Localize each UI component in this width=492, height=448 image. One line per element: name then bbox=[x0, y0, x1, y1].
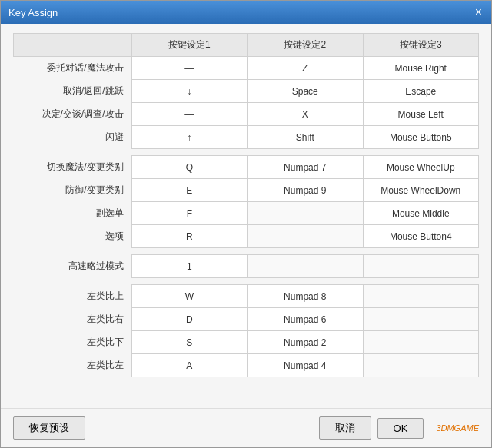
key-cell-1[interactable]: Q bbox=[131, 156, 247, 179]
key-cell-1[interactable]: — bbox=[131, 57, 247, 80]
key-cell-2[interactable]: Numpad 6 bbox=[248, 308, 363, 331]
key-cell-1[interactable]: E bbox=[131, 179, 247, 202]
table-header-row: 按键设定1 按键设定2 按键设定3 bbox=[14, 34, 479, 57]
key-cell-2[interactable]: Space bbox=[248, 80, 363, 103]
table-row: 副选单FMouse Middle bbox=[14, 202, 479, 225]
table-separator bbox=[14, 248, 479, 255]
key-cell-3[interactable] bbox=[363, 331, 478, 354]
table-row: 左类比上WNumpad 8 bbox=[14, 285, 479, 308]
key-cell-3[interactable] bbox=[363, 308, 478, 331]
row-label: 委托对话/魔法攻击 bbox=[14, 57, 132, 80]
table-row: 闪避↑ShiftMouse Button5 bbox=[14, 126, 479, 149]
row-label: 切换魔法/变更类别 bbox=[14, 156, 132, 179]
main-window: Key Assign × 按键设定1 按键设定2 按键设定3 委托对话/魔法攻击… bbox=[0, 0, 492, 448]
close-button[interactable]: × bbox=[474, 6, 484, 18]
key-cell-3[interactable]: Escape bbox=[363, 80, 478, 103]
watermark: 3DMGAME bbox=[436, 423, 479, 433]
key-cell-1[interactable]: W bbox=[131, 285, 247, 308]
key-cell-3[interactable]: Mouse WheelUp bbox=[363, 156, 478, 179]
row-label: 左类比左 bbox=[14, 354, 132, 377]
col-setting2-header: 按键设定2 bbox=[248, 34, 363, 57]
key-cell-2[interactable]: Numpad 2 bbox=[248, 331, 363, 354]
ok-button[interactable]: OK bbox=[377, 418, 424, 439]
key-cell-2[interactable] bbox=[248, 255, 363, 278]
row-label: 左类比上 bbox=[14, 285, 132, 308]
row-label: 决定/交谈/调查/攻击 bbox=[14, 103, 132, 126]
key-cell-2[interactable]: Z bbox=[248, 57, 363, 80]
table-row: 左类比右DNumpad 6 bbox=[14, 308, 479, 331]
key-cell-3[interactable]: Mouse Middle bbox=[363, 202, 478, 225]
row-label: 闪避 bbox=[14, 126, 132, 149]
key-cell-2[interactable]: Numpad 8 bbox=[248, 285, 363, 308]
key-cell-3[interactable]: Mouse WheelDown bbox=[363, 179, 478, 202]
key-cell-1[interactable]: ↓ bbox=[131, 80, 247, 103]
table-row: 取消/返回/跳跃↓SpaceEscape bbox=[14, 80, 479, 103]
key-cell-2[interactable]: Shift bbox=[248, 126, 363, 149]
row-label: 左类比右 bbox=[14, 308, 132, 331]
footer: 恢复预设 取消 OK 3DMGAME bbox=[1, 408, 491, 447]
row-label: 取消/返回/跳跃 bbox=[14, 80, 132, 103]
key-cell-1[interactable]: A bbox=[131, 354, 247, 377]
key-cell-1[interactable]: R bbox=[131, 225, 247, 248]
key-cell-3[interactable] bbox=[363, 285, 478, 308]
key-cell-3[interactable]: Mouse Right bbox=[363, 57, 478, 80]
row-label: 左类比下 bbox=[14, 331, 132, 354]
key-cell-3[interactable]: Mouse Button5 bbox=[363, 126, 478, 149]
content-area: 按键设定1 按键设定2 按键设定3 委托对话/魔法攻击—ZMouse Right… bbox=[1, 24, 491, 408]
col-setting1-header: 按键设定1 bbox=[131, 34, 247, 57]
cancel-button[interactable]: 取消 bbox=[319, 416, 371, 440]
col-label-header bbox=[14, 34, 132, 57]
table-separator bbox=[14, 149, 479, 156]
key-cell-3[interactable]: Mouse Left bbox=[363, 103, 478, 126]
key-cell-2[interactable]: Numpad 7 bbox=[248, 156, 363, 179]
row-label: 副选单 bbox=[14, 202, 132, 225]
key-cell-2[interactable] bbox=[248, 202, 363, 225]
row-label: 高速略过模式 bbox=[14, 255, 132, 278]
table-row: 选项RMouse Button4 bbox=[14, 225, 479, 248]
col-setting3-header: 按键设定3 bbox=[363, 34, 478, 57]
table-row: 防御/变更类别ENumpad 9Mouse WheelDown bbox=[14, 179, 479, 202]
key-cell-1[interactable]: 1 bbox=[131, 255, 247, 278]
key-cell-3[interactable] bbox=[363, 354, 478, 377]
table-row: 左类比下SNumpad 2 bbox=[14, 331, 479, 354]
key-cell-2[interactable]: Numpad 9 bbox=[248, 179, 363, 202]
key-cell-2[interactable]: Numpad 4 bbox=[248, 354, 363, 377]
key-cell-3[interactable]: Mouse Button4 bbox=[363, 225, 478, 248]
title-bar: Key Assign × bbox=[1, 1, 491, 24]
table-row: 高速略过模式1 bbox=[14, 255, 479, 278]
key-cell-1[interactable]: D bbox=[131, 308, 247, 331]
key-cell-2[interactable] bbox=[248, 225, 363, 248]
table-separator bbox=[14, 278, 479, 285]
key-cell-1[interactable]: S bbox=[131, 331, 247, 354]
window-title: Key Assign bbox=[8, 7, 58, 18]
key-cell-3[interactable] bbox=[363, 255, 478, 278]
row-label: 选项 bbox=[14, 225, 132, 248]
key-assign-table: 按键设定1 按键设定2 按键设定3 委托对话/魔法攻击—ZMouse Right… bbox=[13, 33, 479, 377]
key-cell-1[interactable]: ↑ bbox=[131, 126, 247, 149]
table-row: 决定/交谈/调查/攻击—XMouse Left bbox=[14, 103, 479, 126]
table-row: 委托对话/魔法攻击—ZMouse Right bbox=[14, 57, 479, 80]
table-row: 切换魔法/变更类别QNumpad 7Mouse WheelUp bbox=[14, 156, 479, 179]
footer-right-buttons: 取消 OK 3DMGAME bbox=[319, 416, 479, 440]
key-cell-1[interactable]: F bbox=[131, 202, 247, 225]
row-label: 防御/变更类别 bbox=[14, 179, 132, 202]
restore-button[interactable]: 恢复预设 bbox=[13, 416, 85, 440]
table-row: 左类比左ANumpad 4 bbox=[14, 354, 479, 377]
key-cell-1[interactable]: — bbox=[131, 103, 247, 126]
key-cell-2[interactable]: X bbox=[248, 103, 363, 126]
